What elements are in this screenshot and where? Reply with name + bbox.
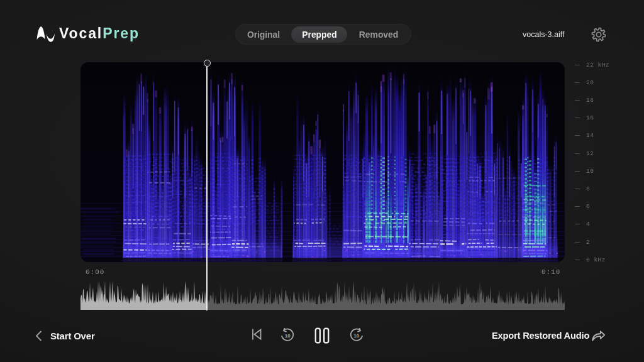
svg-text:10: 10 (285, 333, 291, 339)
svg-text:10: 10 (353, 333, 359, 339)
